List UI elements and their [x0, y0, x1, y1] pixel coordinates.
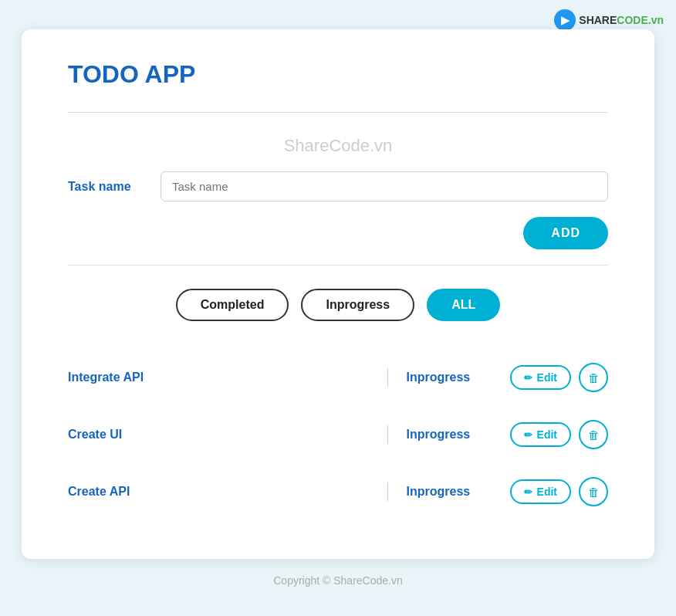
edit-button-1[interactable]: ✏ Edit — [510, 422, 571, 447]
filter-all[interactable]: ALL — [427, 289, 500, 321]
task-status-2: Inprogress — [407, 485, 492, 499]
mid-watermark: ShareCode.vn — [68, 136, 608, 156]
task-form-row: Task name — [68, 171, 608, 201]
edit-button-0[interactable]: ✏ Edit — [510, 365, 571, 390]
edit-button-2[interactable]: ✏ Edit — [510, 479, 571, 504]
edit-label-1: Edit — [537, 428, 557, 441]
table-row: Create API Inprogress ✏ Edit 🗑 — [68, 463, 608, 520]
main-card: TODO APP ShareCode.vn Task name ADD Comp… — [22, 29, 654, 559]
task-name-0: Integrate API — [68, 371, 369, 384]
divider-2 — [68, 265, 608, 266]
filter-inprogress[interactable]: Inprogress — [301, 289, 414, 321]
brand-logo-text: SHARECODE.vn — [579, 14, 664, 26]
task-status-1: Inprogress — [407, 428, 492, 442]
divider-1 — [68, 112, 608, 113]
edit-label-0: Edit — [537, 371, 557, 384]
task-name-1: Create UI — [68, 428, 369, 442]
filter-row: Completed Inprogress ALL — [68, 289, 608, 321]
table-row: Integrate API Inprogress ✏ Edit 🗑 — [68, 349, 608, 406]
add-btn-row: ADD — [68, 217, 608, 249]
task-actions-1: ✏ Edit 🗑 — [510, 420, 608, 449]
brand-logo-icon: ▶ — [554, 9, 576, 31]
task-divider-2 — [387, 482, 388, 501]
top-brand: ▶ SHARECODE.vn — [554, 9, 664, 31]
table-row: Create UI Inprogress ✏ Edit 🗑 — [68, 406, 608, 463]
delete-button-2[interactable]: 🗑 — [579, 477, 608, 506]
pencil-icon: ✏ — [524, 429, 532, 441]
add-button[interactable]: ADD — [523, 217, 608, 249]
footer-watermark: Copyright © ShareCode.vn — [273, 574, 403, 587]
task-actions-2: ✏ Edit 🗑 — [510, 477, 608, 506]
task-status-0: Inprogress — [407, 371, 492, 384]
task-divider-1 — [387, 425, 388, 444]
task-list: Integrate API Inprogress ✏ Edit 🗑 Create… — [68, 349, 608, 520]
edit-label-2: Edit — [537, 486, 557, 498]
trash-icon: 🗑 — [588, 486, 600, 499]
task-name-2: Create API — [68, 485, 369, 499]
task-actions-0: ✏ Edit 🗑 — [510, 363, 608, 392]
page-title: TODO APP — [68, 60, 608, 89]
trash-icon: 🗑 — [588, 428, 600, 442]
delete-button-0[interactable]: 🗑 — [579, 363, 608, 392]
task-name-label: Task name — [68, 180, 145, 194]
brand-logo-suffix: CODE.vn — [617, 14, 664, 26]
filter-completed[interactable]: Completed — [176, 289, 289, 321]
delete-button-1[interactable]: 🗑 — [579, 420, 608, 449]
task-divider-0 — [387, 368, 388, 387]
pencil-icon: ✏ — [524, 372, 532, 384]
trash-icon: 🗑 — [588, 371, 600, 384]
task-name-input[interactable] — [161, 171, 608, 201]
pencil-icon: ✏ — [524, 486, 532, 498]
